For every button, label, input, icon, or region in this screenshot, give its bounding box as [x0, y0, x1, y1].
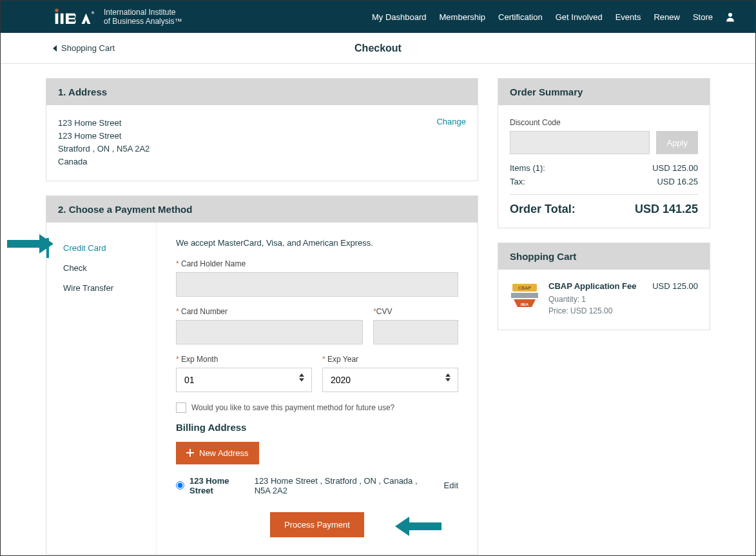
shopping-cart-card: Shopping Cart CBAP IIBA CBAP Application… [498, 243, 710, 330]
billing-address-edit-link[interactable]: Edit [444, 481, 458, 490]
exp-month-label: * Exp Month [176, 355, 312, 364]
tab-credit-card[interactable]: Credit Card [46, 238, 156, 258]
items-value: USD 125.00 [652, 163, 698, 173]
nav-certification[interactable]: Certification [492, 12, 549, 22]
shopping-cart-heading: Shopping Cart [498, 243, 710, 270]
svg-text:CBAP: CBAP [518, 286, 531, 290]
exp-year-label: * Exp Year [322, 355, 458, 364]
svg-text:R: R [92, 12, 93, 14]
svg-rect-2 [61, 14, 64, 24]
exp-month-select[interactable]: 01 [176, 368, 312, 392]
tax-value: USD 16.25 [657, 177, 698, 186]
card-number-label: * Card Number [176, 307, 363, 316]
billing-address-heading: Billing Address [176, 422, 458, 433]
card-number-input[interactable] [176, 320, 363, 344]
cvv-label: *CVV [373, 307, 458, 316]
nav-membership[interactable]: Membership [433, 12, 492, 22]
process-payment-button[interactable]: Process Payment [270, 512, 364, 537]
svg-rect-7 [186, 452, 194, 453]
svg-rect-13 [409, 522, 441, 530]
caret-left-icon [52, 45, 57, 52]
cart-item: CBAP IIBA CBAP Application Fee Quantity:… [510, 281, 698, 318]
save-method-checkbox[interactable] [176, 402, 186, 413]
cart-item-qty: Quantity: 1 [548, 295, 643, 304]
iiba-logo-icon: R [52, 7, 97, 26]
annotation-arrow-left [7, 234, 53, 253]
billing-address-radio[interactable] [176, 481, 184, 490]
plus-icon [186, 449, 194, 457]
tab-check[interactable]: Check [46, 258, 156, 278]
annotation-arrow-right [395, 517, 441, 536]
nav-my-dashboard[interactable]: My Dashboard [365, 12, 433, 22]
brand-tagline: International Institute of Business Anal… [104, 8, 182, 26]
nav-events[interactable]: Events [609, 12, 648, 22]
nav-get-involved[interactable]: Get Involved [549, 12, 609, 22]
address-heading: 1. Address [46, 79, 478, 105]
nav-store[interactable]: Store [686, 12, 719, 22]
svg-point-0 [55, 8, 58, 12]
address-card: 1. Address 123 Home Street 123 Home Stre… [46, 78, 478, 181]
billing-address-option[interactable]: 123 Home Street 123 Home Street , Stratf… [176, 476, 458, 495]
back-to-cart-link[interactable]: Shopping Cart [52, 43, 115, 53]
card-holder-label: * Card Holder Name [176, 259, 458, 268]
order-total-value: USD 141.25 [635, 203, 698, 216]
discount-code-label: Discount Code [510, 118, 698, 127]
svg-rect-12 [7, 240, 39, 248]
billing-address-rest: 123 Home Street , Stratford , ON , Canad… [255, 476, 435, 495]
payment-card: 2. Choose a Payment Method Credit Card C… [46, 195, 478, 555]
top-nav: R International Institute of Business An… [1, 1, 755, 33]
order-total-label: Order Total: [510, 203, 576, 216]
cart-item-price: Price: USD 125.00 [548, 306, 643, 315]
order-summary-heading: Order Summary [498, 79, 710, 105]
address-lines: 123 Home Street 123 Home Street Stratfor… [58, 117, 436, 169]
user-icon[interactable] [724, 11, 736, 23]
brand-logo[interactable]: R International Institute of Business An… [52, 7, 182, 26]
payment-tabs: Credit Card Check Wire Transfer [46, 223, 156, 554]
new-address-button[interactable]: New Address [176, 442, 259, 464]
items-label: Items (1): [510, 163, 545, 173]
cvv-input[interactable] [373, 320, 458, 344]
card-holder-input[interactable] [176, 272, 458, 297]
discount-code-input[interactable] [510, 131, 650, 154]
change-address-link[interactable]: Change [436, 117, 466, 126]
save-method-label: Would you like to save this payment meth… [191, 403, 394, 412]
order-summary-card: Order Summary Discount Code Apply Items … [498, 78, 710, 228]
page-title: Checkout [354, 43, 402, 54]
subheader: Shopping Cart Checkout [1, 33, 755, 64]
cbap-badge-icon: CBAP IIBA [510, 281, 539, 311]
svg-text:IIBA: IIBA [521, 303, 529, 306]
tab-wire-transfer[interactable]: Wire Transfer [46, 278, 156, 298]
cart-item-line-price: USD 125.00 [652, 281, 698, 291]
order-summary-separator [510, 194, 698, 195]
nav-renew[interactable]: Renew [647, 12, 686, 22]
svg-point-5 [728, 13, 732, 17]
exp-year-select[interactable]: 2020 [322, 368, 458, 392]
svg-rect-9 [511, 293, 538, 298]
billing-address-bold: 123 Home Street [189, 476, 249, 495]
svg-rect-1 [55, 14, 59, 24]
accept-note: We accept MasterCard, Visa, and American… [176, 238, 458, 248]
cart-item-name: CBAP Application Fee [548, 281, 643, 291]
payment-heading: 2. Choose a Payment Method [46, 196, 478, 223]
apply-discount-button[interactable]: Apply [656, 131, 698, 154]
tax-label: Tax: [510, 177, 525, 186]
